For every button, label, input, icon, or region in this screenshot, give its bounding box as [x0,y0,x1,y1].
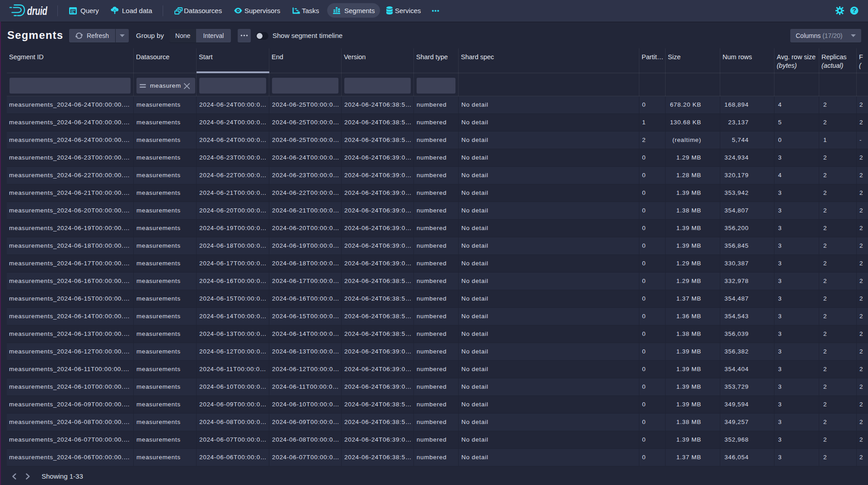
svg-text:?: ? [852,7,856,14]
